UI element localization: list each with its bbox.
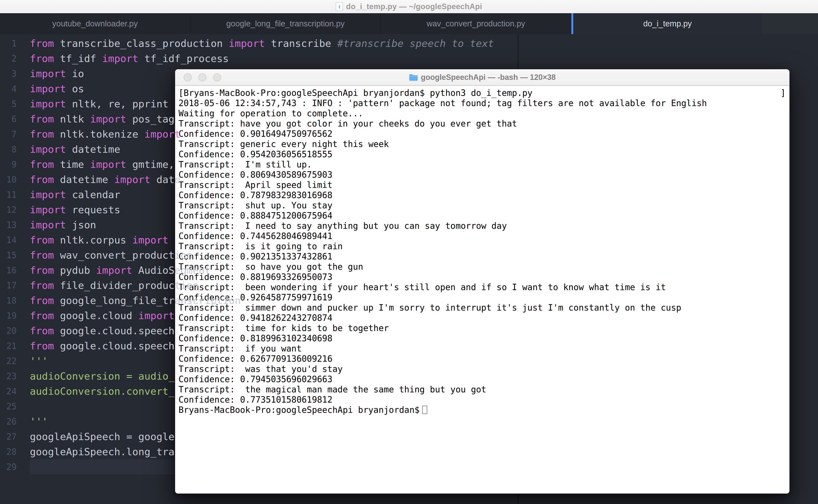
line-number: 12 <box>0 205 17 215</box>
terminal-line: Transcript: the magical man made the sam… <box>179 384 786 395</box>
terminal-line: Confidence: 0.6267709136009216 <box>179 354 786 364</box>
code-text: import nltk, re, pprint <box>30 98 168 110</box>
line-number: 7 <box>0 129 17 139</box>
line-number: 29 <box>0 462 17 472</box>
terminal-line: Transcript: April speed limit <box>179 180 786 190</box>
line-number: 28 <box>0 447 17 457</box>
line-number: 10 <box>0 175 17 184</box>
terminal-window[interactable]: googleSpeechApi — -bash — 120×38 [Bryans… <box>175 69 789 494</box>
code-text: ''' <box>30 416 48 427</box>
line-number: 6 <box>0 114 17 124</box>
line-number: 1 <box>0 39 17 48</box>
code-text: from google.cloud import <box>30 310 174 321</box>
code-text: from google.cloud.speech <box>30 325 174 337</box>
code-text: from google.cloud.speech <box>30 340 174 352</box>
terminal-line: Confidence: 0.8884751200675964 <box>179 210 786 221</box>
terminal-line: Transcript: generic every night this wee… <box>179 139 786 149</box>
line-number: 20 <box>0 326 17 336</box>
zoom-button[interactable] <box>213 73 221 81</box>
code-text: from nltk.corpus import <box>30 234 168 246</box>
terminal-line: Transcript: was that you'd stay <box>179 364 786 374</box>
code-text: import os <box>30 83 84 95</box>
line-number: 18 <box>0 296 17 305</box>
minimize-button[interactable] <box>198 73 206 81</box>
code-text: ''' <box>30 355 48 367</box>
line-number: 21 <box>0 341 17 351</box>
line-number: 25 <box>0 402 17 411</box>
traffic-lights <box>184 73 221 81</box>
code-text: from transcribe_class_production import … <box>30 37 494 49</box>
code-text: from datetime import date <box>30 174 180 185</box>
code-text: from wav_convert_production <box>30 249 193 261</box>
line-number: 13 <box>0 220 17 230</box>
line-number: 23 <box>0 371 17 381</box>
terminal-line: Confidence: 0.7735101580619812 <box>179 395 786 405</box>
line-number: 26 <box>0 417 17 426</box>
code-line-2[interactable]: 2from tf_idf import tf_idf_process <box>0 51 518 66</box>
terminal-line: Transcript: time for kids to be together <box>179 323 786 333</box>
code-text: import requests <box>30 204 120 216</box>
terminal-line: Confidence: 0.9016494750976562 <box>179 129 786 139</box>
tab-wav_convert_production-py[interactable]: wav_convert_production.py <box>381 13 571 34</box>
terminal-line: Transcript: simmer down and pucker up I'… <box>179 302 786 313</box>
code-line-1[interactable]: 1from transcribe_class_production import… <box>0 36 518 51</box>
line-number: 11 <box>0 190 17 200</box>
code-text: from file_divider_production <box>30 279 199 291</box>
terminal-line: Transcript: have you got color in your c… <box>179 118 786 129</box>
terminal-line: Waiting for operation to complete... <box>179 108 786 118</box>
tab-bar: youtube_downloader.pygoogle_long_file_tr… <box>0 13 818 34</box>
close-button[interactable] <box>184 73 192 81</box>
line-number: 5 <box>0 99 17 109</box>
code-text: import io <box>30 68 84 79</box>
tab-label: youtube_downloader.py <box>52 19 138 28</box>
document-icon-glyph: t <box>339 3 340 10</box>
code-text: import calendar <box>30 189 120 200</box>
tab-label: google_long_file_transcription.py <box>226 19 345 28</box>
tab-do_i_temp-py[interactable]: do_i_temp.py <box>571 13 762 34</box>
terminal-line: Transcript: is it going to rain <box>179 241 786 251</box>
terminal-line: Confidence: 0.9264587759971619 <box>179 292 786 302</box>
tab-label: do_i_temp.py <box>643 19 692 28</box>
terminal-line: Transcript: been wondering if your heart… <box>179 282 786 292</box>
terminal-title-group: googleSpeechApi — -bash — 120×38 <box>175 73 789 82</box>
code-text: from google_long_file_transcription <box>30 295 241 306</box>
line-number: 16 <box>0 265 17 275</box>
terminal-line: Transcript: so have you got the gun <box>179 262 786 272</box>
editor-window-title: do_i_temp.py — ~/googleSpeechApi <box>346 2 482 11</box>
terminal-line: Confidence: 0.9418262243270874 <box>179 313 786 323</box>
tab-youtube_downloader-py[interactable]: youtube_downloader.py <box>0 13 190 34</box>
code-text: import json <box>30 219 96 231</box>
terminal-line: Transcript: if you want <box>179 343 786 354</box>
line-number: 4 <box>0 84 17 94</box>
terminal-line: Transcript: I need to say anything but y… <box>179 221 786 231</box>
terminal-line: Confidence: 0.9542036056518555 <box>179 149 786 159</box>
line-number: 15 <box>0 250 17 260</box>
code-text: from tf_idf import tf_idf_process <box>30 53 229 64</box>
code-text: googleApiSpeech.long_tra <box>30 446 174 458</box>
code-text: from pydub import AudioSegment <box>30 264 211 276</box>
terminal-line: 2018-05-06 12:34:57,743 : INFO : 'patter… <box>179 98 786 108</box>
code-text: audioConversion = audio_ <box>30 370 174 382</box>
terminal-prompt[interactable]: Bryans-MacBook-Pro:googleSpeechApi bryan… <box>179 405 786 415</box>
line-number: 24 <box>0 386 17 396</box>
line-number: 19 <box>0 311 17 321</box>
document-icon: t <box>336 2 343 11</box>
tab-label: wav_convert_production.py <box>427 19 525 28</box>
code-text: googleApiSpeech = google <box>30 431 174 442</box>
terminal-line: Confidence: 0.8069430589675903 <box>179 170 786 180</box>
tab-google_long_file_transcription-py[interactable]: google_long_file_transcription.py <box>190 13 381 34</box>
line-number: 17 <box>0 281 17 290</box>
prompt-mark: ] <box>781 88 786 98</box>
terminal-window-title: googleSpeechApi — -bash — 120×38 <box>421 73 556 82</box>
terminal-title-bar[interactable]: googleSpeechApi — -bash — 120×38 <box>175 69 789 86</box>
terminal-line: Confidence: 0.7445628046989441 <box>179 231 786 241</box>
line-number: 22 <box>0 356 17 366</box>
folder-icon <box>409 73 418 81</box>
editor-title-bar[interactable]: t do_i_temp.py — ~/googleSpeechApi <box>0 0 818 13</box>
terminal-line: Transcript: shut up. You stay <box>179 200 786 210</box>
code-text: from nltk import pos_tag <box>30 113 174 125</box>
terminal-output[interactable]: [Bryans-MacBook-Pro:googleSpeechApi brya… <box>175 86 789 494</box>
code-text: from nltk.tokenize import <box>30 128 180 140</box>
terminal-line: Confidence: 0.8189963102340698 <box>179 333 786 343</box>
line-number: 2 <box>0 54 17 63</box>
